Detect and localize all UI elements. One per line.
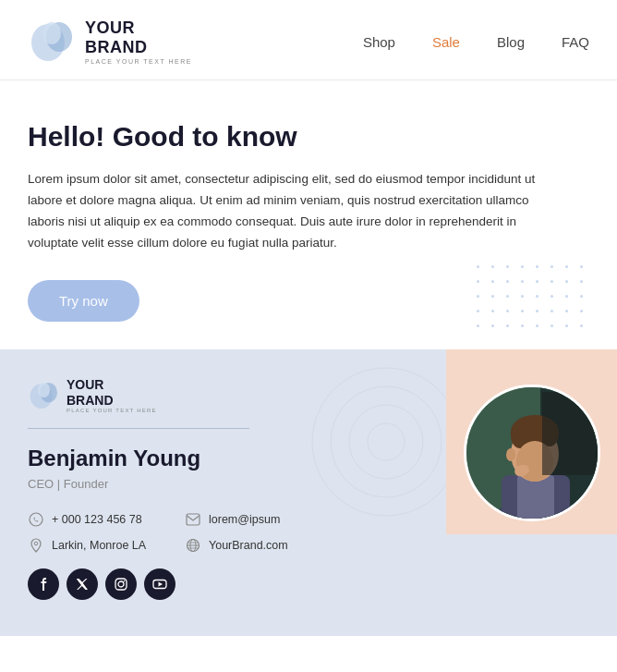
svg-rect-31 — [115, 579, 127, 590]
svg-point-22 — [38, 383, 50, 397]
try-now-button[interactable]: Try now — [28, 280, 139, 322]
logo-blob-icon — [28, 17, 78, 67]
dot-grid-decoration: // Will be rendered by JS below — [477, 265, 589, 334]
location-icon — [28, 537, 44, 554]
profile-image — [464, 385, 600, 521]
svg-point-32 — [118, 581, 124, 587]
email-icon — [185, 511, 201, 528]
card-logo-text: YOURBRAND — [67, 377, 157, 409]
svg-point-18 — [506, 448, 515, 461]
profile-photo — [466, 387, 600, 521]
contact-website: YourBrand.com — [185, 537, 342, 554]
hero-body: Lorem ipsum dolor sit amet, consectetur … — [28, 169, 563, 254]
globe-icon — [185, 537, 201, 554]
phone-icon — [28, 511, 44, 528]
header: YOURBRAND PLACE YOUR TEXT HERE Shop Sale… — [0, 0, 617, 80]
nav-blog[interactable]: Blog — [497, 34, 525, 50]
logo-text: YOURBRAND — [85, 18, 192, 56]
main-nav: Shop Sale Blog FAQ — [363, 34, 589, 50]
nav-shop[interactable]: Shop — [363, 34, 395, 50]
hero-section: Hello! Good to know Lorem ipsum dolor si… — [0, 80, 617, 349]
card-divider — [28, 428, 249, 429]
nav-sale[interactable]: Sale — [432, 34, 460, 50]
svg-rect-11 — [517, 475, 554, 521]
twitter-button[interactable] — [67, 568, 98, 600]
svg-point-25 — [34, 543, 38, 546]
youtube-button[interactable] — [144, 568, 175, 600]
svg-point-2 — [42, 22, 61, 44]
logo-tagline: PLACE YOUR TEXT HERE — [85, 58, 192, 65]
card-logo-blob-icon — [28, 379, 61, 412]
contact-phone: + 000 123 456 78 — [28, 511, 185, 528]
social-links — [28, 568, 589, 600]
svg-rect-24 — [187, 514, 200, 525]
svg-marker-35 — [159, 582, 163, 587]
instagram-button[interactable] — [105, 568, 137, 600]
card-logo-tagline: PLACE YOUR TEXT HERE — [67, 408, 157, 413]
facebook-button[interactable] — [28, 568, 59, 600]
contact-location: Larkin, Monroe LA — [28, 537, 185, 554]
contact-grid: + 000 123 456 78 lorem@ipsum Larkin, Mon… — [28, 511, 342, 554]
logo: YOURBRAND PLACE YOUR TEXT HERE — [28, 17, 192, 67]
card-section: YOURBRAND PLACE YOUR TEXT HERE Benjamin … — [0, 349, 617, 636]
svg-point-33 — [124, 580, 126, 582]
nav-faq[interactable]: FAQ — [562, 34, 589, 50]
contact-email: lorem@ipsum — [185, 511, 342, 528]
svg-point-23 — [30, 513, 42, 526]
hero-title: Hello! Good to know — [28, 121, 589, 153]
